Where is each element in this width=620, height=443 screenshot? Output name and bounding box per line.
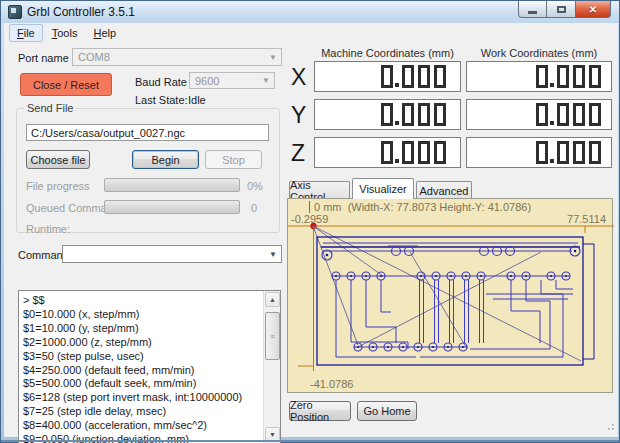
segment-dot bbox=[395, 159, 399, 163]
go-home-label: Go Home bbox=[363, 405, 410, 417]
tab-visualizer-label: Visualizer bbox=[359, 183, 407, 195]
tab-visualizer[interactable]: Visualizer bbox=[352, 178, 414, 199]
segment-digit bbox=[589, 141, 601, 164]
console-line: $2=1000.000 (z, step/mm) bbox=[23, 336, 259, 350]
console-line: $5=500.000 (default seek, mm/min) bbox=[23, 377, 259, 391]
window-title: Grbl Controller 3.5.1 bbox=[27, 5, 135, 19]
send-file-group-label: Send File bbox=[24, 102, 76, 114]
machine-coordinates-header: Machine Coordinates (mm) bbox=[314, 47, 461, 59]
chevron-down-icon: ▼ bbox=[258, 76, 274, 85]
queued-commands-bar bbox=[104, 200, 240, 214]
console-line: $3=50 (step pulse, usec) bbox=[23, 350, 259, 364]
console-line: $8=400.000 (acceleration, mm/sec^2) bbox=[23, 419, 259, 433]
segment-digit bbox=[557, 65, 569, 88]
port-name-label: Port name bbox=[18, 52, 69, 64]
console-line: $0=10.000 (x, step/mm) bbox=[23, 308, 259, 322]
choose-file-button[interactable]: Choose file bbox=[26, 150, 90, 169]
scroll-down-icon[interactable]: ▼ bbox=[265, 427, 280, 442]
file-progress-bar bbox=[104, 178, 240, 192]
segment-digit bbox=[536, 65, 548, 88]
machine-y-display bbox=[314, 99, 461, 130]
console-lines: > $$$0=10.000 (x, step/mm)$1=10.000 (y, … bbox=[23, 294, 259, 443]
go-home-button[interactable]: Go Home bbox=[357, 401, 417, 421]
console-line: $7=25 (step idle delay, msec) bbox=[23, 405, 259, 419]
close-reset-label: Close / Reset bbox=[33, 79, 99, 91]
menu-tools[interactable]: Tools bbox=[45, 25, 85, 41]
visualizer-pane: 0 mm (Width-X: 77.8073 Height-Y: 41.0786… bbox=[287, 198, 613, 393]
segment-digit bbox=[536, 141, 548, 164]
baud-rate-label: Baud Rate bbox=[135, 76, 187, 88]
zero-position-button[interactable]: Zero Position bbox=[289, 401, 351, 421]
begin-label: Begin bbox=[151, 154, 179, 166]
choose-file-label: Choose file bbox=[30, 154, 85, 166]
segment-digit bbox=[402, 103, 414, 126]
port-combobox: COM8 ▼ bbox=[72, 48, 282, 66]
tab-axis-control[interactable]: Axis Control bbox=[289, 181, 350, 199]
last-state-value: Idle bbox=[188, 94, 206, 106]
menu-help[interactable]: Help bbox=[86, 25, 123, 41]
app-icon bbox=[8, 5, 22, 19]
segment-dot bbox=[550, 121, 554, 125]
segment-digit bbox=[434, 141, 446, 164]
segment-digit bbox=[402, 141, 414, 164]
segment-digit bbox=[434, 103, 446, 126]
console-line: $9=0.050 (junction deviation, mm) bbox=[23, 433, 259, 443]
segment-dot bbox=[395, 121, 399, 125]
maximize-button[interactable] bbox=[547, 1, 575, 18]
segment-digit bbox=[536, 103, 548, 126]
begin-button[interactable]: Begin bbox=[132, 150, 199, 169]
segment-digit bbox=[381, 65, 393, 88]
axis-z-label: Z bbox=[291, 140, 305, 167]
menu-bar: File Tools Help bbox=[4, 23, 618, 43]
port-value: COM8 bbox=[73, 51, 265, 63]
file-path-value: C:/Users/casa/output_0027.ngc bbox=[31, 127, 185, 139]
app-window: Grbl Controller 3.5.1 ✕ File Tools Help … bbox=[0, 0, 620, 443]
baud-rate-value: 9600 bbox=[190, 75, 258, 87]
console-line: $6=128 (step port invert mask, int:10000… bbox=[23, 391, 259, 405]
file-path-input[interactable]: C:/Users/casa/output_0027.ngc bbox=[26, 124, 269, 141]
scrollbar-thumb[interactable]: ≡ bbox=[265, 312, 280, 360]
tab-advanced[interactable]: Advanced bbox=[416, 181, 472, 199]
runtime-label: Runtime: bbox=[26, 223, 70, 235]
console-output[interactable]: > $$$0=10.000 (x, step/mm)$1=10.000 (y, … bbox=[18, 290, 281, 443]
console-scrollbar[interactable]: ▲ ≡ ▼ bbox=[263, 291, 280, 443]
stop-label: Stop bbox=[222, 154, 245, 166]
work-x-display bbox=[466, 61, 612, 92]
command-combobox[interactable]: ▼ bbox=[62, 245, 282, 263]
segment-digit bbox=[557, 103, 569, 126]
minimize-icon bbox=[528, 11, 537, 14]
segment-digit bbox=[402, 65, 414, 88]
machine-x-display bbox=[314, 61, 461, 92]
close-reset-button[interactable]: Close / Reset bbox=[20, 73, 112, 96]
segment-digit bbox=[434, 65, 446, 88]
work-y-display bbox=[466, 99, 612, 130]
work-coordinates-header: Work Coordinates (mm) bbox=[466, 47, 612, 59]
scroll-up-icon[interactable]: ▲ bbox=[265, 292, 280, 307]
title-bar[interactable]: Grbl Controller 3.5.1 ✕ bbox=[1, 1, 619, 23]
axis-y-label: Y bbox=[291, 102, 306, 129]
baud-rate-combobox: 9600 ▼ bbox=[189, 72, 275, 89]
segment-digit bbox=[381, 103, 393, 126]
maximize-icon bbox=[557, 6, 566, 13]
segment-digit bbox=[418, 65, 430, 88]
close-button[interactable]: ✕ bbox=[575, 1, 611, 18]
resize-grip[interactable] bbox=[603, 419, 614, 430]
client-area: File Tools Help Port name COM8 ▼ Close /… bbox=[4, 23, 618, 437]
console-line: $1=10.000 (y, step/mm) bbox=[23, 322, 259, 336]
menu-file[interactable]: File bbox=[9, 24, 43, 42]
chevron-down-icon: ▼ bbox=[265, 53, 281, 62]
visualizer-canvas bbox=[288, 199, 614, 394]
work-z-display bbox=[466, 137, 612, 168]
window-controls: ✕ bbox=[518, 1, 611, 18]
minimize-button[interactable] bbox=[518, 1, 547, 18]
segment-digit bbox=[573, 141, 585, 164]
close-icon: ✕ bbox=[589, 4, 597, 15]
queued-commands-value: 0 bbox=[251, 202, 257, 214]
tab-advanced-label: Advanced bbox=[420, 185, 469, 197]
zero-position-label: Zero Position bbox=[290, 399, 350, 423]
segment-digit bbox=[573, 65, 585, 88]
segment-digit bbox=[589, 65, 601, 88]
segment-dot bbox=[550, 83, 554, 87]
axis-x-label: X bbox=[291, 64, 306, 91]
pcb-drawing bbox=[317, 237, 594, 365]
